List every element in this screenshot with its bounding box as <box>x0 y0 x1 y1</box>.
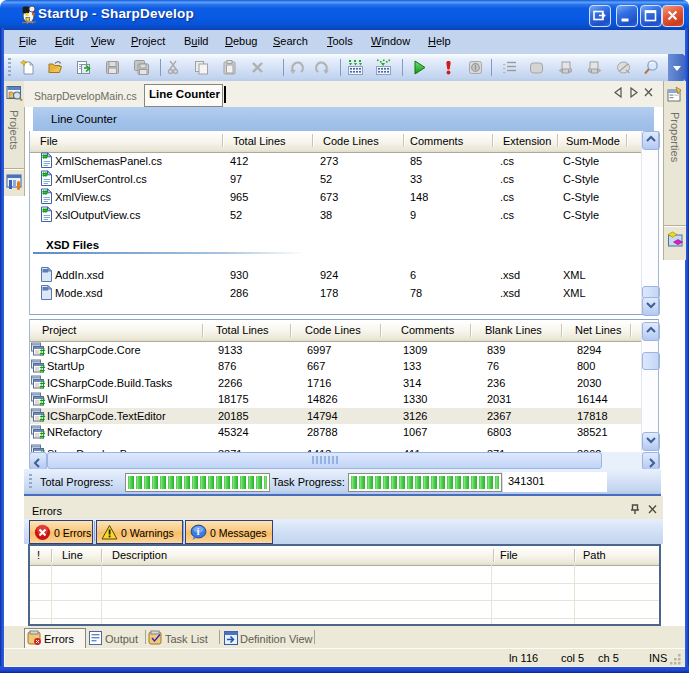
svg-text:i: i <box>197 527 200 537</box>
